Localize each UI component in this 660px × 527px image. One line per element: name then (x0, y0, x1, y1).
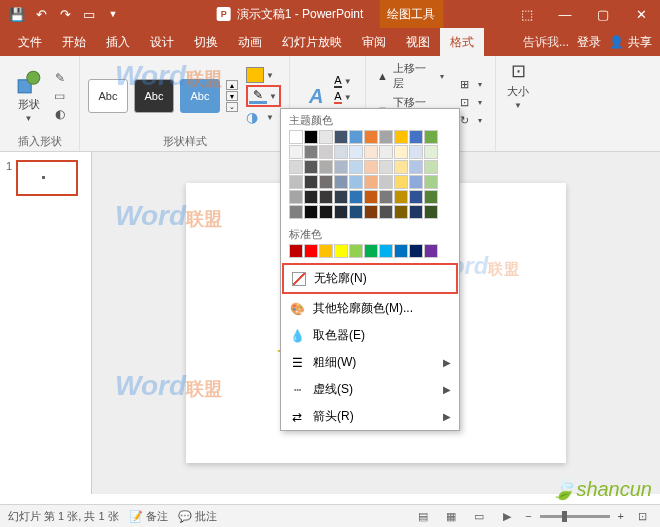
shape-effects-button[interactable]: ◑ ▼ (246, 109, 281, 125)
color-swatch[interactable] (304, 145, 318, 159)
qat-more-button[interactable]: ▼ (102, 3, 124, 25)
color-swatch[interactable] (364, 205, 378, 219)
comments-button[interactable]: 💬 批注 (178, 509, 217, 524)
color-swatch[interactable] (289, 205, 303, 219)
zoom-slider-thumb[interactable] (562, 511, 567, 522)
maximize-button[interactable]: ▢ (584, 0, 622, 28)
color-swatch[interactable] (289, 175, 303, 189)
fit-to-window-button[interactable]: ⊡ (632, 508, 652, 524)
color-swatch[interactable] (379, 244, 393, 258)
color-swatch[interactable] (289, 130, 303, 144)
color-swatch[interactable] (334, 160, 348, 174)
color-swatch[interactable] (304, 130, 318, 144)
color-swatch[interactable] (409, 160, 423, 174)
color-swatch[interactable] (409, 205, 423, 219)
color-swatch[interactable] (289, 160, 303, 174)
color-swatch[interactable] (409, 244, 423, 258)
color-swatch[interactable] (424, 244, 438, 258)
arrows-item[interactable]: ⇄ 箭头(R) ▶ (281, 403, 459, 430)
dashes-item[interactable]: ┄ 虚线(S) ▶ (281, 376, 459, 403)
shapes-gallery-button[interactable]: 形状 ▼ (12, 67, 46, 125)
merge-shapes-button[interactable]: ◐ (52, 106, 68, 122)
color-swatch[interactable] (334, 244, 348, 258)
start-from-beginning-button[interactable]: ▭ (78, 3, 100, 25)
shape-fill-button[interactable]: ▼ (246, 67, 281, 83)
signin-button[interactable]: 登录 (577, 34, 601, 51)
color-swatch[interactable] (364, 130, 378, 144)
redo-button[interactable]: ↷ (54, 3, 76, 25)
color-swatch[interactable] (394, 190, 408, 204)
save-button[interactable]: 💾 (6, 3, 28, 25)
color-swatch[interactable] (304, 190, 318, 204)
color-swatch[interactable] (304, 175, 318, 189)
color-swatch[interactable] (394, 130, 408, 144)
text-outline-button[interactable]: A▼ (334, 90, 352, 104)
color-swatch[interactable] (364, 160, 378, 174)
color-swatch[interactable] (379, 205, 393, 219)
color-swatch[interactable] (379, 190, 393, 204)
reading-view-button[interactable]: ▭ (469, 508, 489, 524)
tab-animations[interactable]: 动画 (228, 28, 272, 56)
color-swatch[interactable] (319, 145, 333, 159)
slideshow-view-button[interactable]: ▶ (497, 508, 517, 524)
color-swatch[interactable] (424, 160, 438, 174)
color-swatch[interactable] (379, 145, 393, 159)
no-outline-item[interactable]: 无轮廓(N) (282, 263, 458, 294)
color-swatch[interactable] (379, 160, 393, 174)
color-swatch[interactable] (409, 130, 423, 144)
tab-design[interactable]: 设计 (140, 28, 184, 56)
color-swatch[interactable] (304, 244, 318, 258)
more-colors-item[interactable]: 🎨 其他轮廓颜色(M)... (281, 295, 459, 322)
align-button[interactable]: ⊞▾ (455, 77, 487, 93)
tab-format[interactable]: 格式 (440, 28, 484, 56)
color-swatch[interactable] (349, 160, 363, 174)
color-swatch[interactable] (394, 145, 408, 159)
color-swatch[interactable] (364, 175, 378, 189)
color-swatch[interactable] (319, 175, 333, 189)
color-swatch[interactable] (319, 160, 333, 174)
edit-shape-button[interactable]: ✎ (52, 70, 68, 86)
color-swatch[interactable] (424, 190, 438, 204)
style-preset-2[interactable]: Abc (134, 79, 174, 113)
tab-file[interactable]: 文件 (8, 28, 52, 56)
color-swatch[interactable] (349, 145, 363, 159)
tab-home[interactable]: 开始 (52, 28, 96, 56)
tab-insert[interactable]: 插入 (96, 28, 140, 56)
weight-item[interactable]: ☰ 粗细(W) ▶ (281, 349, 459, 376)
color-swatch[interactable] (334, 190, 348, 204)
color-swatch[interactable] (364, 190, 378, 204)
tab-view[interactable]: 视图 (396, 28, 440, 56)
color-swatch[interactable] (349, 175, 363, 189)
tab-slideshow[interactable]: 幻灯片放映 (272, 28, 352, 56)
color-swatch[interactable] (319, 130, 333, 144)
color-swatch[interactable] (394, 244, 408, 258)
color-swatch[interactable] (289, 145, 303, 159)
color-swatch[interactable] (424, 130, 438, 144)
undo-button[interactable]: ↶ (30, 3, 52, 25)
color-swatch[interactable] (364, 244, 378, 258)
notes-button[interactable]: 📝 备注 (129, 509, 168, 524)
shape-style-gallery[interactable]: Abc Abc Abc ▲▼⌄ (88, 79, 238, 113)
sorter-view-button[interactable]: ▦ (441, 508, 461, 524)
tab-review[interactable]: 审阅 (352, 28, 396, 56)
style-preset-3[interactable]: Abc (180, 79, 220, 113)
color-swatch[interactable] (304, 160, 318, 174)
share-button[interactable]: 👤 共享 (609, 34, 652, 51)
color-swatch[interactable] (394, 205, 408, 219)
color-swatch[interactable] (379, 130, 393, 144)
color-swatch[interactable] (409, 145, 423, 159)
text-fill-button[interactable]: A▼ (334, 74, 352, 88)
color-swatch[interactable] (409, 190, 423, 204)
color-swatch[interactable] (334, 145, 348, 159)
eyedropper-item[interactable]: 💧 取色器(E) (281, 322, 459, 349)
bring-forward-button[interactable]: ▲上移一层▾ (374, 60, 449, 92)
color-swatch[interactable] (424, 145, 438, 159)
color-swatch[interactable] (334, 205, 348, 219)
slide-thumbnail-panel[interactable]: 1 (0, 152, 92, 494)
minimize-button[interactable]: — (546, 0, 584, 28)
color-swatch[interactable] (319, 244, 333, 258)
color-swatch[interactable] (409, 175, 423, 189)
zoom-out-button[interactable]: − (525, 510, 531, 522)
slide-thumbnail[interactable] (16, 160, 78, 196)
color-swatch[interactable] (349, 190, 363, 204)
